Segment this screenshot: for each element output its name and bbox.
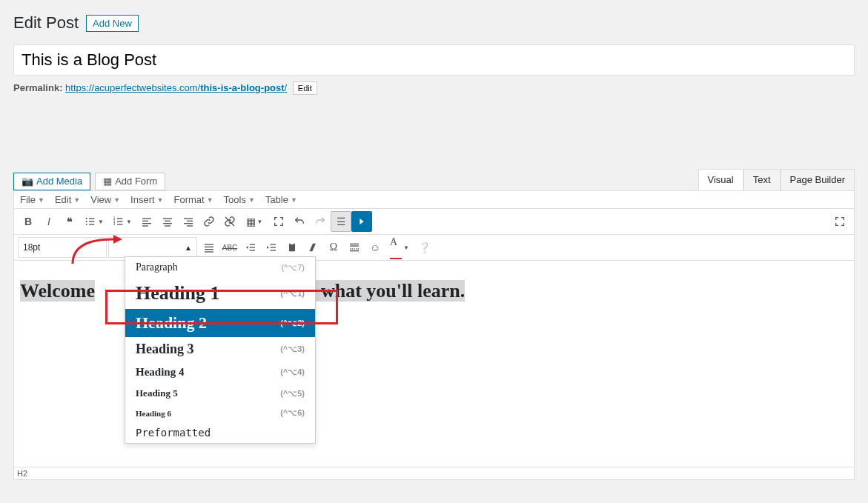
special-char-button[interactable]: Ω xyxy=(323,237,344,258)
format-option-pre[interactable]: Preformatted xyxy=(125,422,315,443)
menu-edit[interactable]: Edit▼ xyxy=(55,194,80,205)
menu-table[interactable]: Table▼ xyxy=(265,194,297,205)
menu-insert[interactable]: Insert▼ xyxy=(130,194,163,205)
permalink-trail: / xyxy=(285,82,288,93)
italic-button[interactable]: I xyxy=(39,211,59,232)
bulleted-list-button[interactable]: ▼ xyxy=(80,211,108,232)
svg-marker-33 xyxy=(246,246,248,249)
align-center-button[interactable] xyxy=(157,211,178,232)
align-right-button[interactable] xyxy=(178,211,199,232)
blockquote-button[interactable]: ❝ xyxy=(59,211,80,232)
status-bar: H2 xyxy=(13,467,855,480)
post-title-input[interactable] xyxy=(13,44,855,76)
permalink-label: Permalink: xyxy=(13,82,62,93)
menu-tools[interactable]: Tools▼ xyxy=(224,194,255,205)
paste-text-button[interactable] xyxy=(282,237,302,258)
add-form-button[interactable]: ▦ Add Form xyxy=(95,173,165,190)
menu-format[interactable]: Format▼ xyxy=(174,194,213,205)
format-option-paragraph[interactable]: Paragraph(^⌥7) xyxy=(125,257,315,278)
unlink-button[interactable] xyxy=(219,211,240,232)
numbered-list-button[interactable]: 123▼ xyxy=(108,211,136,232)
permalink-edit-button[interactable]: Edit xyxy=(293,81,317,95)
format-option-h2[interactable]: Heading 2(^⌥2) xyxy=(125,309,315,337)
add-form-label: Add Form xyxy=(115,176,157,187)
outdent-button[interactable] xyxy=(240,237,261,258)
format-option-h4[interactable]: Heading 4(^⌥4) xyxy=(125,362,315,383)
svg-rect-38 xyxy=(289,244,295,252)
status-path: H2 xyxy=(17,469,27,478)
align-left-button[interactable] xyxy=(136,211,157,232)
strikethrough-button[interactable]: ABC xyxy=(219,237,240,258)
format-dropdown: Paragraph(^⌥7) Heading 1(^⌥1) Heading 2(… xyxy=(125,256,316,444)
svg-marker-25 xyxy=(360,219,363,224)
align-justify-button[interactable] xyxy=(199,237,219,258)
menu-view[interactable]: View▼ xyxy=(90,194,120,205)
bold-button[interactable]: B xyxy=(18,211,39,232)
tab-page-builder[interactable]: Page Builder xyxy=(781,169,855,190)
link-button[interactable] xyxy=(199,211,219,232)
table-insert-button[interactable]: ▦▼ xyxy=(240,211,268,232)
add-new-button[interactable]: Add New xyxy=(86,15,139,32)
toolbar-row-2: 18pt ▲ ABC Ω ☺ A▼ ❔ Paragraph(^⌥7) Headi… xyxy=(13,234,855,260)
tab-visual[interactable]: Visual xyxy=(698,169,743,190)
indent-button[interactable] xyxy=(261,237,282,258)
tab-text[interactable]: Text xyxy=(743,169,781,190)
add-media-label: Add Media xyxy=(36,176,82,187)
media-icon: 📷 xyxy=(21,176,33,187)
format-option-h1[interactable]: Heading 1(^⌥1) xyxy=(125,278,315,309)
svg-point-4 xyxy=(86,224,87,225)
undo-button[interactable] xyxy=(289,211,310,232)
fullscreen-button[interactable] xyxy=(268,211,289,232)
text-color-button[interactable]: A▼ xyxy=(385,237,414,258)
help-button[interactable]: ❔ xyxy=(414,237,434,258)
font-size-value: 18pt xyxy=(23,242,40,253)
clear-formatting-button[interactable] xyxy=(302,237,323,258)
editor-menubar: File▼ Edit▼ View▼ Insert▼ Format▼ Tools▼… xyxy=(13,190,855,208)
emoji-button[interactable]: ☺ xyxy=(365,237,385,258)
permalink-slug: this-is-a-blog-post xyxy=(200,82,284,93)
toolbar-row-1: B I ❝ ▼ 123▼ ▦▼ ☰ xyxy=(13,208,855,234)
permalink-link[interactable]: https://acuperfectwebsites.com/this-is-a… xyxy=(65,82,287,93)
page-title: Edit Post xyxy=(13,13,79,33)
permalink-row: Permalink: https://acuperfectwebsites.co… xyxy=(13,81,855,95)
content-text-b: e is what you'll learn. xyxy=(290,280,465,302)
format-option-h5[interactable]: Heading 5(^⌥5) xyxy=(125,383,315,404)
format-option-h3[interactable]: Heading 3(^⌥3) xyxy=(125,337,315,362)
svg-marker-37 xyxy=(267,246,269,249)
menu-file[interactable]: File▼ xyxy=(20,194,44,205)
permalink-base: https://acuperfectwebsites.com/ xyxy=(65,82,200,93)
form-icon: ▦ xyxy=(103,176,112,187)
svg-point-0 xyxy=(86,218,87,219)
format-option-h6[interactable]: Heading 6(^⌥6) xyxy=(125,404,315,422)
toolbar-toggle-button[interactable]: ☰ xyxy=(331,211,351,232)
svg-text:3: 3 xyxy=(113,222,116,226)
add-media-button[interactable]: 📷 Add Media xyxy=(13,173,90,190)
read-more-button[interactable] xyxy=(344,237,365,258)
redo-button[interactable] xyxy=(310,211,331,232)
font-size-select[interactable]: 18pt xyxy=(18,237,107,258)
divi-button[interactable] xyxy=(351,211,372,232)
content-text-a: Welcome xyxy=(20,280,95,302)
distraction-free-button[interactable] xyxy=(829,211,850,232)
svg-point-2 xyxy=(86,221,87,222)
svg-rect-39 xyxy=(291,242,294,244)
paragraph-format-select[interactable]: ▲ xyxy=(108,237,197,258)
